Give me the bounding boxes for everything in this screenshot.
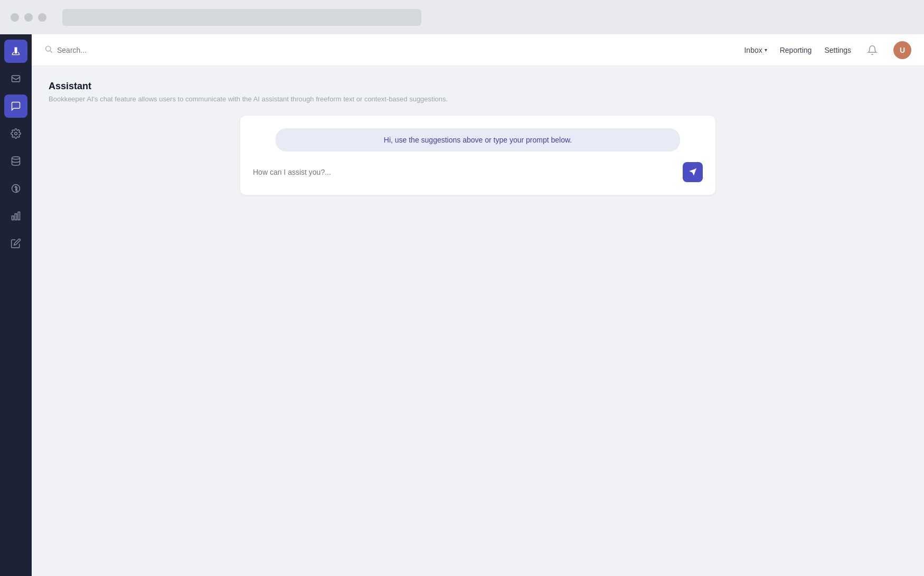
lab-icon: [11, 46, 21, 56]
svg-rect-0: [12, 75, 20, 82]
chat-input-row: [253, 162, 703, 182]
traffic-light-yellow[interactable]: [24, 13, 33, 22]
sidebar-item-database[interactable]: [4, 149, 27, 173]
page-description: Bookkeeper AI's chat feature allows user…: [49, 95, 907, 103]
send-icon: [689, 168, 697, 176]
send-button[interactable]: [683, 162, 703, 182]
gear-icon: [11, 128, 21, 139]
svg-rect-4: [12, 216, 14, 220]
chart-bar-icon: [11, 211, 21, 221]
settings-label: Settings: [824, 46, 851, 54]
app-container: Inbox ▾ Reporting Settings U: [0, 34, 924, 576]
sidebar-item-billing[interactable]: [4, 177, 27, 200]
svg-rect-6: [18, 212, 20, 220]
traffic-light-red[interactable]: [11, 13, 19, 22]
traffic-light-green[interactable]: [38, 13, 46, 22]
sidebar-item-lab[interactable]: [4, 40, 27, 63]
chat-input[interactable]: [253, 168, 676, 176]
svg-point-7: [46, 46, 51, 51]
svg-marker-10: [689, 168, 696, 175]
search-container: [44, 45, 744, 55]
sidebar-item-inbox[interactable]: [4, 67, 27, 90]
database-icon: [11, 156, 21, 166]
sidebar-item-settings[interactable]: [4, 122, 27, 145]
inbox-label: Inbox: [744, 46, 762, 54]
page-header: Assistant Bookkeeper AI's chat feature a…: [49, 81, 907, 103]
sidebar-item-edit[interactable]: [4, 232, 27, 255]
chat-icon: [11, 101, 21, 111]
sidebar-item-chat[interactable]: [4, 95, 27, 118]
inbox-nav-item[interactable]: Inbox ▾: [744, 46, 767, 54]
svg-point-1: [15, 133, 17, 135]
edit-icon: [11, 238, 21, 249]
reporting-nav-item[interactable]: Reporting: [780, 46, 812, 54]
notification-button[interactable]: [864, 42, 881, 59]
search-input[interactable]: [57, 46, 163, 54]
content-area: Assistant Bookkeeper AI's chat feature a…: [32, 66, 924, 576]
user-avatar[interactable]: U: [893, 41, 911, 59]
settings-nav-item[interactable]: Settings: [824, 46, 851, 54]
svg-line-8: [50, 51, 52, 53]
nav-right: Inbox ▾ Reporting Settings U: [744, 41, 911, 59]
reporting-label: Reporting: [780, 46, 812, 54]
sidebar: [0, 34, 32, 576]
title-bar: [0, 0, 924, 34]
chat-greeting-bubble: Hi, use the suggestions above or type yo…: [276, 128, 681, 152]
chat-container: Hi, use the suggestions above or type yo…: [240, 116, 715, 195]
bell-icon: [867, 45, 878, 55]
inbox-icon: [11, 73, 21, 84]
search-icon: [44, 45, 53, 55]
svg-point-2: [12, 157, 20, 159]
address-bar[interactable]: [62, 9, 421, 26]
chevron-down-icon: ▾: [765, 47, 767, 53]
top-nav: Inbox ▾ Reporting Settings U: [32, 34, 924, 66]
dollar-icon: [11, 183, 21, 194]
main-content: Inbox ▾ Reporting Settings U: [32, 34, 924, 576]
sidebar-item-analytics[interactable]: [4, 204, 27, 228]
page-title: Assistant: [49, 81, 907, 92]
svg-rect-5: [15, 214, 16, 220]
